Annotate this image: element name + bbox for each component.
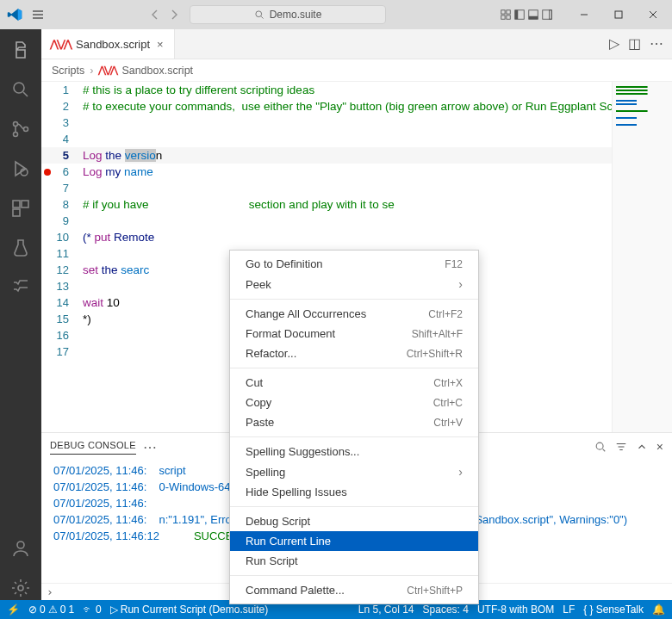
activity-bar [0,29,41,600]
settings-gear-icon[interactable] [9,576,33,600]
menu-item-cut[interactable]: CutCtrl+X [230,373,478,393]
menu-item-label: Command Palette... [246,584,407,597]
code-line[interactable]: 3 [41,115,612,131]
menu-item-spelling-suggestions[interactable]: Spelling Suggestions... [230,442,478,461]
nav-back-icon[interactable] [148,8,162,22]
layout-panel-bottom-icon[interactable] [527,9,539,21]
line-number[interactable]: 14 [53,294,83,311]
tab-close-icon[interactable]: × [155,38,165,51]
line-number[interactable]: 8 [53,196,83,213]
panel-overflow-icon[interactable]: ⋯ [143,439,157,455]
line-number[interactable]: 2 [53,98,83,115]
minimap[interactable] [612,82,672,432]
svg-rect-11 [615,11,622,18]
menu-item-command-palette[interactable]: Command Palette...Ctrl+Shift+P [230,580,478,600]
menu-item-format-document[interactable]: Format DocumentShift+Alt+F [230,324,478,344]
extensions-icon[interactable] [9,196,33,220]
panel-filter-input[interactable] [582,437,607,456]
menu-item-copy[interactable]: CopyCtrl+C [230,393,478,412]
search-icon [254,9,264,20]
svg-rect-10 [550,10,552,20]
line-number[interactable]: 16 [53,327,83,344]
code-line[interactable]: 7 [41,180,612,196]
explorer-icon[interactable] [9,38,33,62]
vscode-logo-icon [7,7,22,22]
line-number[interactable]: 13 [53,278,83,294]
breakpoint-icon[interactable] [44,169,51,176]
code-line[interactable]: 1# this is a place to try different scri… [41,82,612,98]
eol-status[interactable]: LF [563,604,575,616]
menu-item-paste[interactable]: PasteCtrl+V [230,412,478,432]
window-minimize-button[interactable] [567,0,601,29]
remote-indicator[interactable]: ⚡ [7,604,20,616]
line-number[interactable]: 1 [53,82,83,98]
problems-status[interactable]: ⊘ 0 ⚠ 0 1 [28,604,74,616]
accounts-icon[interactable] [9,536,33,560]
filter-lines-icon[interactable] [615,441,627,453]
ports-status[interactable]: ᯤ 0 [83,604,102,616]
code-line[interactable]: 2# to execute your commands, use either … [41,98,612,115]
menu-item-hide-spelling-issues[interactable]: Hide Spelling Issues [230,482,478,502]
svg-rect-2 [507,10,510,14]
notifications-icon[interactable]: 🔔 [652,604,665,616]
breadcrumb[interactable]: Scripts › ⋀⋁⋀ Sandbox.script [41,59,672,82]
line-number[interactable]: 4 [53,131,83,147]
layout-side-left-icon[interactable] [513,9,526,21]
menu-item-change-all-occurrences[interactable]: Change All OccurrencesCtrl+F2 [230,304,478,324]
panel-close-icon[interactable]: × [656,440,663,454]
code-text: (* put Remote [83,229,154,245]
layout-grid-icon[interactable] [500,9,512,21]
checklist-icon[interactable] [9,275,33,300]
split-editor-icon[interactable]: ◫ [628,37,641,51]
panel-title[interactable]: DEBUG CONSOLE [50,440,136,455]
line-number[interactable]: 10 [53,229,83,245]
tab-label: Sandbox.script [76,38,150,51]
command-center-search[interactable]: Demo.suite [190,5,386,24]
line-number[interactable]: 7 [53,180,83,196]
window-maximize-button[interactable] [601,0,636,29]
menu-item-refactor[interactable]: Refactor...Ctrl+Shift+R [230,344,478,363]
tab-sandbox-script[interactable]: ⋀⋁⋀ Sandbox.script × [41,29,175,59]
code-line[interactable]: 9 [41,213,612,229]
menu-item-debug-script[interactable]: Debug Script [230,511,478,531]
menu-item-shortcut: Ctrl+F2 [428,308,463,320]
line-number[interactable]: 11 [53,245,83,262]
menu-item-run-current-line[interactable]: Run Current Line [230,531,478,551]
script-file-icon: ⋀⋁⋀ [50,38,71,50]
line-number[interactable]: 9 [53,213,83,229]
menu-item-spelling[interactable]: Spelling [230,461,478,482]
panel-collapse-icon[interactable] [636,441,648,453]
run-debug-icon[interactable] [9,157,33,181]
code-line[interactable]: 10(* put Remote [41,229,612,245]
line-number[interactable]: 17 [53,344,83,360]
language-mode-status[interactable]: { } SenseTalk [583,604,644,616]
run-split-icon[interactable]: ▷ [609,37,619,51]
layout-side-right-icon[interactable] [541,9,553,21]
line-number[interactable]: 12 [53,262,83,278]
svg-rect-18 [22,201,28,207]
menu-item-label: Peek [246,278,458,291]
code-line[interactable]: 6Log my name [41,164,612,180]
indentation-status[interactable]: Spaces: 4 [423,604,469,616]
source-control-icon[interactable] [9,117,33,141]
search-activity-icon[interactable] [9,77,33,102]
code-line[interactable]: 5Log the version [41,147,612,164]
menu-icon[interactable] [31,8,45,22]
menu-item-peek[interactable]: Peek [230,274,478,294]
window-close-button[interactable] [636,0,670,29]
encoding-status[interactable]: UTF-8 with BOM [477,604,554,616]
code-line[interactable]: 4 [41,131,612,147]
more-actions-icon[interactable]: ⋯ [650,37,663,51]
line-number[interactable]: 15 [53,311,83,327]
cursor-position[interactable]: Ln 5, Col 14 [358,604,414,616]
line-number[interactable]: 3 [53,115,83,131]
line-number[interactable]: 6 [53,164,83,180]
line-number[interactable]: 5 [53,147,83,164]
run-script-status[interactable]: ▷ Run Current Script (Demo.suite) [110,604,268,616]
code-line[interactable]: 8# if you have section and play with it … [41,196,612,213]
menu-item-go-to-definition[interactable]: Go to DefinitionF12 [230,254,478,274]
svg-point-15 [24,127,28,132]
menu-item-run-script[interactable]: Run Script [230,551,478,571]
testing-icon[interactable] [9,236,33,260]
nav-forward-icon[interactable] [167,8,181,22]
